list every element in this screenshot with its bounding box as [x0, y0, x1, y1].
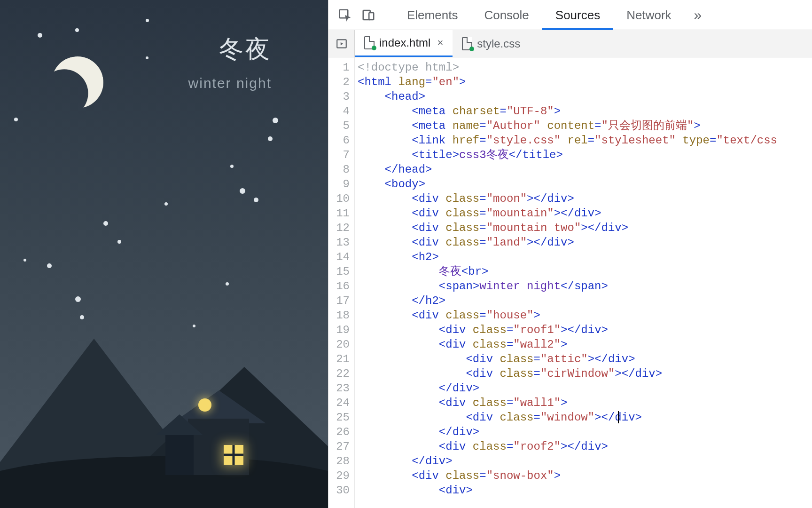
code-line[interactable]: <div class="land"></div>: [358, 235, 812, 250]
line-number: 7: [328, 148, 350, 162]
code-line[interactable]: <meta charset="UTF-8">: [358, 104, 812, 119]
line-number: 17: [328, 294, 350, 308]
line-number: 1: [328, 60, 350, 75]
code-line[interactable]: <title>css3冬夜</title>: [358, 148, 812, 162]
line-number: 20: [328, 337, 350, 352]
code-line[interactable]: </div>: [358, 425, 812, 439]
code-line[interactable]: <meta name="Author" content="只会切图的前端">: [358, 119, 812, 133]
code-line[interactable]: <!doctype html>: [358, 60, 812, 75]
line-number: 29: [328, 468, 350, 483]
line-number: 6: [328, 133, 350, 148]
more-tabs-icon[interactable]: »: [685, 7, 711, 23]
code-line[interactable]: <div class="mountain two"></div>: [358, 221, 812, 235]
line-number: 2: [328, 75, 350, 89]
line-number: 18: [328, 308, 350, 323]
toggle-navigator-icon[interactable]: [328, 30, 355, 57]
line-number: 26: [328, 425, 350, 439]
close-icon[interactable]: ×: [437, 37, 443, 49]
code-line[interactable]: <div class="house">: [358, 308, 812, 323]
star: [80, 315, 84, 319]
file-tab-label: style.css: [477, 37, 520, 50]
file-tab-style-css[interactable]: style.css: [453, 30, 530, 57]
land-graphic: [0, 456, 328, 508]
star: [75, 28, 79, 32]
star: [14, 118, 18, 121]
modified-dot-icon: [469, 47, 474, 51]
page-title-english: winter night: [188, 75, 272, 91]
file-tab-index-html[interactable]: index.html ×: [355, 30, 453, 57]
line-number: 11: [328, 206, 350, 221]
code-line[interactable]: </head>: [358, 162, 812, 177]
star: [23, 259, 26, 262]
line-number: 15: [328, 264, 350, 279]
code-line[interactable]: <html lang="en">: [358, 75, 812, 89]
star: [117, 240, 121, 244]
tab-console[interactable]: Console: [471, 0, 542, 30]
code-line[interactable]: 冬夜<br>: [358, 264, 812, 279]
devtools-toolbar: Elements Console Sources Network »: [328, 0, 812, 30]
code-line[interactable]: </h2>: [358, 294, 812, 308]
code-line[interactable]: <head>: [358, 89, 812, 104]
source-editor[interactable]: 1234567891011121314151617181920212223242…: [328, 57, 812, 508]
star: [47, 263, 52, 268]
star: [193, 325, 195, 327]
line-number: 22: [328, 366, 350, 381]
line-number: 10: [328, 191, 350, 206]
code-line[interactable]: <div class="roof1"></div>: [358, 323, 812, 337]
device-toolbar-icon[interactable]: [357, 3, 380, 27]
code-line[interactable]: <div class="moon"></div>: [358, 191, 812, 206]
code-line[interactable]: </div>: [358, 454, 812, 468]
line-number: 28: [328, 454, 350, 468]
code-line[interactable]: <div class="roof2"></div>: [358, 439, 812, 454]
line-number: 14: [328, 250, 350, 264]
line-number: 27: [328, 439, 350, 454]
code-line[interactable]: </div>: [358, 381, 812, 396]
text-cursor-icon: [618, 411, 619, 423]
star: [226, 282, 229, 286]
code-line[interactable]: <div class="window"></div>: [358, 410, 812, 425]
code-line[interactable]: <div class="snow-box">: [358, 468, 812, 483]
line-number: 16: [328, 279, 350, 294]
code-line[interactable]: <span>winter night</span>: [358, 279, 812, 294]
line-number: 19: [328, 323, 350, 337]
toolbar-separator: [387, 7, 387, 24]
tab-network[interactable]: Network: [613, 0, 684, 30]
line-number: 5: [328, 119, 350, 133]
code-line[interactable]: <link href="style.css" rel="stylesheet" …: [358, 133, 812, 148]
file-tab-label: index.html: [379, 36, 430, 49]
line-number: 3: [328, 89, 350, 104]
code-line[interactable]: <div class="wall2">: [358, 337, 812, 352]
inspect-element-icon[interactable]: [333, 3, 357, 27]
code-line[interactable]: <body>: [358, 177, 812, 191]
svg-rect-2: [369, 13, 374, 20]
star: [240, 188, 245, 194]
window-graphic: [224, 445, 243, 465]
code-line[interactable]: <div class="wall1">: [358, 396, 812, 410]
devtools-panel: Elements Console Sources Network » index…: [328, 0, 812, 508]
line-number: 23: [328, 381, 350, 396]
code-line[interactable]: <div class="attic"></div>: [358, 352, 812, 366]
star: [164, 202, 168, 206]
code-line[interactable]: <div class="cirWindow"></div>: [358, 366, 812, 381]
tab-elements[interactable]: Elements: [394, 0, 471, 30]
star: [268, 136, 273, 141]
star: [75, 296, 81, 302]
star: [254, 198, 258, 202]
code-area[interactable]: <!doctype html><html lang="en"> <head> <…: [355, 57, 812, 508]
star: [38, 33, 42, 38]
code-line[interactable]: <div class="mountain"></div>: [358, 206, 812, 221]
line-number: 9: [328, 177, 350, 191]
code-line[interactable]: <h2>: [358, 250, 812, 264]
line-number: 12: [328, 221, 350, 235]
star: [146, 19, 149, 22]
line-number: 25: [328, 410, 350, 425]
line-number: 21: [328, 352, 350, 366]
star: [230, 165, 234, 168]
circular-window-graphic: [198, 398, 211, 412]
roof-graphic: [156, 414, 203, 435]
tab-sources[interactable]: Sources: [542, 0, 613, 30]
page-title-chinese: 冬夜: [219, 33, 272, 66]
code-line[interactable]: <div>: [358, 483, 812, 498]
moon-graphic: [47, 52, 107, 112]
star: [146, 56, 148, 59]
